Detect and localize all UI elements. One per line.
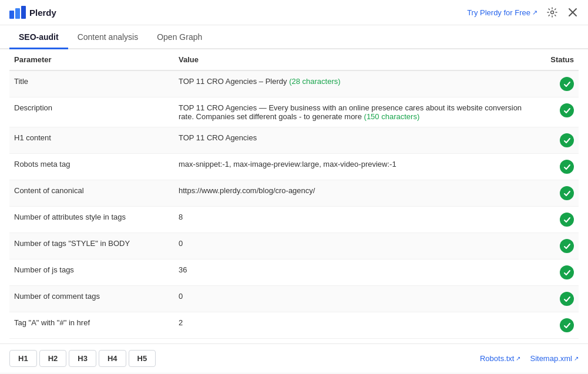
status-check-icon (560, 103, 574, 117)
cell-value: TOP 11 CRO Agencies (174, 127, 532, 154)
status-check-icon (560, 186, 574, 200)
cell-value-main: 8 (179, 213, 183, 221)
cell-status (532, 180, 579, 207)
table-row: DescriptionTOP 11 CRO Agencies — Every b… (9, 97, 579, 127)
external-link-icon-robots: ↗ (516, 355, 520, 362)
seo-audit-table: Parameter Value Status TitleTOP 11 CRO A… (9, 49, 579, 339)
col-header-status: Status (532, 49, 579, 70)
cell-parameter: Content of canonical (9, 180, 174, 207)
h3-tab[interactable]: H3 (69, 350, 96, 367)
main-tabs: SEO-audit Content analysis Open Graph (0, 25, 588, 49)
cell-value: max-snippet:-1, max-image-preview:large,… (174, 154, 532, 180)
logo: Plerdy (9, 6, 56, 19)
cell-parameter: Robots meta tag (9, 154, 174, 180)
status-check-icon (560, 318, 574, 332)
table-row: Number of comment tags0 (9, 286, 579, 312)
table-row: Number of attributes style in tags8 (9, 207, 579, 233)
header: Plerdy Try Plerdy for Free ↗ (0, 0, 588, 25)
h2-tab[interactable]: H2 (39, 350, 67, 367)
cell-value: 8 (174, 207, 532, 233)
cell-status (532, 70, 579, 97)
svg-rect-1 (15, 8, 20, 19)
cell-value: 0 (174, 233, 532, 260)
cell-parameter: Number of attributes style in tags (9, 207, 174, 233)
cell-parameter: Number of tags "STYLE" in BODY (9, 233, 174, 260)
footer: H1 H2 H3 H4 H5 Robots.txt ↗ Sitemap.xml … (0, 343, 588, 373)
table-row: TitleTOP 11 CRO Agencies – Plerdy (28 ch… (9, 70, 579, 97)
status-check-icon (560, 133, 574, 147)
h5-tab[interactable]: H5 (129, 350, 156, 367)
external-link-icon: ↗ (532, 9, 537, 16)
table-row: Number of tags "STYLE" in BODY0 (9, 233, 579, 260)
settings-button[interactable] (546, 6, 559, 19)
svg-point-3 (551, 11, 554, 14)
cell-status (532, 260, 579, 286)
robots-txt-link[interactable]: Robots.txt ↗ (480, 354, 521, 363)
cell-value: https://www.plerdy.com/blog/cro-agency/ (174, 180, 532, 207)
settings-icon (547, 7, 557, 18)
try-plerdy-link[interactable]: Try Plerdy for Free ↗ (467, 8, 537, 17)
table-row: H1 contentTOP 11 CRO Agencies (9, 127, 579, 154)
cell-value-main: TOP 11 CRO Agencies — Every business wit… (179, 103, 522, 121)
close-button[interactable] (567, 6, 579, 18)
sitemap-xml-link[interactable]: Sitemap.xml ↗ (530, 354, 579, 363)
header-right: Try Plerdy for Free ↗ (467, 6, 579, 19)
table-row: Robots meta tagmax-snippet:-1, max-image… (9, 154, 579, 180)
table-row: Tag "A" with "#" in href2 (9, 312, 579, 339)
cell-status (532, 312, 579, 339)
svg-rect-0 (9, 11, 14, 19)
status-check-icon (560, 77, 574, 91)
tab-seo-audit[interactable]: SEO-audit (9, 25, 68, 49)
table-row: Number of js tags36 (9, 260, 579, 286)
plerdy-logo-icon (9, 6, 26, 19)
cell-status (532, 286, 579, 312)
cell-parameter: Number of comment tags (9, 286, 174, 312)
cell-status (532, 127, 579, 154)
h1-tab[interactable]: H1 (9, 350, 37, 367)
cell-value-main: TOP 11 CRO Agencies (179, 133, 257, 142)
cell-status (532, 207, 579, 233)
cell-value-main: 2 (179, 318, 183, 327)
col-header-value: Value (174, 49, 532, 70)
status-check-icon (560, 265, 574, 279)
table-header-row: Parameter Value Status (9, 49, 579, 70)
cell-parameter: Title (9, 70, 174, 97)
cell-value-main: https://www.plerdy.com/blog/cro-agency/ (179, 186, 315, 195)
svg-rect-2 (21, 6, 26, 19)
status-check-icon (560, 160, 574, 174)
status-check-icon (560, 239, 574, 253)
external-link-icon-sitemap: ↗ (574, 355, 579, 362)
tab-content-analysis[interactable]: Content analysis (68, 25, 148, 49)
seo-table-container: Parameter Value Status TitleTOP 11 CRO A… (0, 49, 588, 339)
status-check-icon (560, 213, 574, 227)
cell-status (532, 97, 579, 127)
table-row: Content of canonicalhttps://www.plerdy.c… (9, 180, 579, 207)
tab-open-graph[interactable]: Open Graph (147, 25, 211, 49)
cell-value-main: 36 (179, 265, 187, 274)
cell-parameter: Tag "A" with "#" in href (9, 312, 174, 339)
cell-value-sub: (28 characters) (289, 77, 340, 86)
cell-value-main: 0 (179, 292, 183, 301)
cell-status (532, 233, 579, 260)
cell-parameter: H1 content (9, 127, 174, 154)
col-header-parameter: Parameter (9, 49, 174, 70)
footer-links: Robots.txt ↗ Sitemap.xml ↗ (480, 354, 579, 363)
cell-status (532, 154, 579, 180)
h4-tab[interactable]: H4 (99, 350, 126, 367)
heading-tabs: H1 H2 H3 H4 H5 (9, 350, 156, 367)
status-check-icon (560, 292, 574, 306)
cell-parameter: Number of js tags (9, 260, 174, 286)
cell-value: 36 (174, 260, 532, 286)
close-icon (568, 8, 577, 17)
cell-value: 2 (174, 312, 532, 339)
cell-value-main: max-snippet:-1, max-image-preview:large,… (179, 160, 397, 169)
cell-value-main: 0 (179, 239, 183, 248)
cell-value: 0 (174, 286, 532, 312)
cell-value: TOP 11 CRO Agencies — Every business wit… (174, 97, 532, 127)
cell-value: TOP 11 CRO Agencies – Plerdy (28 charact… (174, 70, 532, 97)
cell-value-sub: (150 characters) (364, 112, 420, 121)
cell-parameter: Description (9, 97, 174, 127)
cell-value-main: TOP 11 CRO Agencies – Plerdy (179, 77, 287, 86)
logo-text: Plerdy (29, 8, 56, 18)
